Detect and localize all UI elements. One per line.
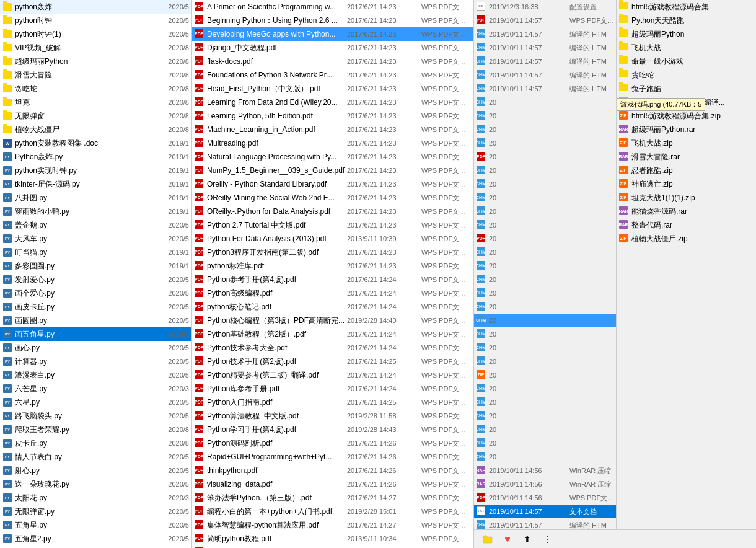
left-list-item[interactable]: PY画心.py2020/5 (0, 341, 191, 355)
left-list-item[interactable]: PY画皮卡丘.py2020/5 (0, 300, 191, 314)
right-list-item[interactable]: CHMDOM中文手册(1).chm20 (474, 109, 616, 123)
right-list-item[interactable]: CHMjQuery1.7 中文手册(2).chm20 (474, 327, 616, 341)
left-list-item[interactable]: PY向日葵.py2020/5 (0, 546, 191, 548)
mid-list-item[interactable]: PDFOReilly Mining the Social Web 2nd E..… (192, 191, 473, 205)
mid-list-item[interactable]: PDFPython精要参考(第二版)_翻译.pdf2017/6/21 14:24… (192, 368, 473, 382)
right-folder-item[interactable]: RAR能猫烧香源码.rar (617, 205, 756, 218)
left-list-item[interactable]: PY画五角星.py2019/1 (0, 327, 191, 341)
mid-list-item[interactable]: PDFPython3程序开发指南(第二版).pdf2017/6/21 14:23… (192, 245, 473, 259)
left-list-item[interactable]: PYPython轰炸.py2019/1 (0, 150, 191, 164)
right-list-item[interactable]: CHMJavaScript核心参考手册(2).chm20 (474, 205, 616, 218)
mid-list-item[interactable]: PDF用Python进行自然语言处理.pdf2013/4/13 10:39WPS… (192, 546, 473, 548)
right-folder-item[interactable]: 贪吃蛇 (617, 68, 756, 82)
mid-list-item[interactable]: PDFMachine_Learning_in_Action.pdf2017/6/… (192, 123, 473, 136)
mid-list-item[interactable]: PDFLearning Python, 5th Edition.pdf2017/… (192, 109, 473, 123)
left-list-item[interactable]: PY送一朵玫瑰花.py2020/5 (0, 477, 191, 491)
mid-list-item[interactable]: PDFOreilly - Python Standard Library.pdf… (192, 177, 473, 191)
right-list-item[interactable]: PDFJavaScript描述面试题.pdf20 (474, 232, 616, 245)
right-list-item[interactable]: ZIPjuery.js.zip20 (474, 368, 616, 382)
mid-list-item[interactable]: PDFthinkpython.pdf2017/6/21 14:26WPS PDF… (192, 464, 473, 477)
right-list-item[interactable]: RAR超实用的css代码.rar2019/10/11 14:56WinRAR 压… (474, 464, 616, 477)
left-list-item[interactable]: PY画个爱心.py2020/5 (0, 286, 191, 300)
mid-list-item[interactable]: PDFFoundations of Python 3 Network Pr...… (192, 68, 473, 82)
right-list-item[interactable]: CHMjQuery 1.4中文手册.CHM20 (474, 300, 616, 314)
right-folder-item[interactable]: ZIP坦克大战1(1)(1).zip (617, 191, 756, 205)
left-list-item[interactable]: PYpython实现时钟.py2019/1 (0, 164, 191, 177)
right-folder-item[interactable]: ZIP飞机大战.zip (617, 136, 756, 150)
left-list-item[interactable]: PY计算器.py2020/5 (0, 355, 191, 368)
mid-list-item[interactable]: PDFPython参考手册(第4版).pdf2017/6/21 14:24WPS… (192, 273, 473, 286)
right-list-item[interactable]: INIcPix.ini2019/12/3 16:38配置设置 (474, 0, 616, 14)
right-list-item[interactable]: CHMjQuery 1.4参考手册(1).CHM20 (474, 286, 616, 300)
toolbar-folder-btn[interactable] (480, 532, 495, 547)
right-list-item[interactable]: CHM网页制作完全手册.chm2019/10/11 14:57编译的 HTM (474, 518, 616, 529)
toolbar-share-btn[interactable]: ⬆ (520, 532, 535, 547)
left-list-item[interactable]: Wpython安装教程图集 .doc2019/1 (0, 136, 191, 150)
left-list-item[interactable]: python轰炸2020/5 (0, 0, 191, 14)
left-list-item[interactable]: PY浪漫表白.py2020/5 (0, 368, 191, 382)
right-list-item[interactable]: CHMCSS 3.0参考手册(1).chm2019/10/11 14:57编译的… (474, 55, 616, 68)
mid-list-item[interactable]: PDF编程小白的第一本+python+入门书.pdf2019/2/28 15:0… (192, 505, 473, 518)
left-list-item[interactable]: PY多彩圆圈.py2019/1 (0, 259, 191, 273)
left-list-item[interactable]: PYtkinter-屏保-源码.py2019/1 (0, 177, 191, 191)
mid-list-item[interactable]: PDFPython高级编程.pdf2017/6/21 14:24WPS PDF文… (192, 286, 473, 300)
left-list-item[interactable]: python时钟2020/5 (0, 14, 191, 27)
left-list-item[interactable]: 超级玛丽Python2020/8 (0, 55, 191, 68)
mid-list-item[interactable]: PDFLearning From Data 2nd Ed (Wiley,20..… (192, 95, 473, 109)
right-list-item[interactable]: PDFHTML5移动开发即学即用[双色].pdf20 (474, 150, 616, 164)
mid-list-item[interactable]: PDF笨办法学Python.（第三版）.pdf2017/6/21 14:27WP… (192, 491, 473, 505)
right-list-item[interactable]: CHMCSS 2.0 中文手册(2).chm2019/10/11 14:57编译… (474, 27, 616, 41)
right-list-item[interactable]: CHMJavaScript核心参考手册(1).chm20 (474, 191, 616, 205)
mid-list-item[interactable]: PDF集体智慧编程-python算法应用.pdf2017/6/21 14:27W… (192, 518, 473, 532)
left-list-item[interactable]: PY无限弹窗.py2020/5 (0, 505, 191, 518)
mid-list-item[interactable]: PDFPython学习手册(第4版).pdf2019/2/28 14:43WPS… (192, 423, 473, 436)
right-folder-item[interactable]: ZIP植物大战僵尸.zip (617, 232, 756, 245)
mid-list-item[interactable]: PDFMultreading.pdf2017/6/21 14:23WPS PDF… (192, 136, 473, 150)
mid-list-item[interactable]: PDFpython核心笔记.pdf2017/6/21 14:24WPS PDF文… (192, 300, 473, 314)
left-list-item[interactable]: python时钟(1)2020/5 (0, 27, 191, 41)
right-list-item[interactable]: CHMJDK_API_1_6_zh_CN手册.CHM20 (474, 245, 616, 259)
mid-list-item[interactable]: PDFPython技术手册(第2版).pdf2017/6/21 14:25WPS… (192, 355, 473, 368)
left-list-item[interactable]: 滑雪大冒险2020/8 (0, 68, 191, 82)
right-folder-item[interactable]: html5游戏教程源码合集 (617, 0, 756, 14)
left-list-item[interactable]: PY太阳花.py2020/3 (0, 491, 191, 505)
right-list-item[interactable]: CHMSQL(1).chm20 (474, 382, 616, 396)
right-folder-item[interactable]: RAR超级玛丽Python.rar (617, 123, 756, 136)
right-list-item[interactable]: PDF精通JavaScript(图灵计算机科学丛书).pdf2019/10/11… (474, 491, 616, 505)
right-list-item[interactable]: CHMSQL.chm20 (474, 396, 616, 409)
mid-list-item[interactable]: PDFPython入门指南.pdf2017/6/21 14:25WPS PDF文… (192, 396, 473, 409)
mid-list-item[interactable]: PDFPython核心编程（第3版）PDF高清断完...2019/2/28 14… (192, 314, 473, 327)
right-list-item[interactable]: CHMjQuery 1.3参考手册.chm20 (474, 273, 616, 286)
mid-list-item[interactable]: PDFHead_First_Python（中文版）.pdf2017/6/21 1… (192, 82, 473, 95)
left-list-item[interactable]: PY五角星2.py2020/5 (0, 532, 191, 546)
left-list-item[interactable]: 无限弹窗2020/8 (0, 109, 191, 123)
mid-list-item[interactable]: PDFOReilly.-.Python for Data Analysis.pd… (192, 205, 473, 218)
right-list-item[interactable]: CHMJavascript参考手册.chm20 (474, 177, 616, 191)
right-list-item[interactable]: CHMCSS 3.0参考手册(2).chm2019/10/11 14:57编译的… (474, 68, 616, 82)
left-list-item[interactable]: PY射心.py2020/5 (0, 464, 191, 477)
right-list-item[interactable]: TXT每个程序员都会的35种小技巧.txt2019/10/11 14:57文本文… (474, 505, 616, 518)
right-list-item[interactable]: CHMjquery1.8.3.chm20 (474, 355, 616, 368)
mid-list-item[interactable]: PDF简明python教程.pdf2013/9/11 10:34WPS PDF文… (192, 532, 473, 546)
mid-list-item[interactable]: PDFvisualizing_data.pdf2017/6/21 14:26WP… (192, 477, 473, 491)
right-list-item[interactable]: CHMCSS中文完全参考手册.chm20 (474, 95, 616, 109)
left-list-item[interactable]: PY画圆圈.py2020/5 (0, 314, 191, 327)
right-folder-item[interactable]: 兔子跑酷 (617, 82, 756, 95)
right-list-item[interactable]: PDFCSS 2.0 中文手册(1).pdf2019/10/11 14:57WP… (474, 14, 616, 27)
left-list-item[interactable]: PY六芒星.py2020/3 (0, 382, 191, 396)
right-folder-item[interactable]: 命最一线小游戏 (617, 55, 756, 68)
right-list-item[interactable]: CHMJavaScript核心参考手册.chm20 (474, 218, 616, 232)
left-list-item[interactable]: PY情人节表白.py2020/5 (0, 450, 191, 464)
right-folder-item[interactable]: RAR整蛊代码.rar (617, 218, 756, 232)
mid-list-item[interactable]: PDFPython技术参考大全.pdf2017/6/21 14:24WPS PD… (192, 341, 473, 355)
left-list-item[interactable]: PY八卦图.py2019/1 (0, 191, 191, 205)
right-folder-item[interactable]: ZIP神庙逃亡.zip (617, 177, 756, 191)
left-list-item[interactable]: 植物大战僵尸2020/8 (0, 123, 191, 136)
left-list-item[interactable]: PY六星.py2020/5 (0, 396, 191, 409)
right-list-item[interactable]: CHMw3c标准html5手册.chm20 (474, 409, 616, 423)
left-list-item[interactable]: PY发射爱心.py2020/5 (0, 273, 191, 286)
mid-list-item[interactable]: PDFDeveloping MeeGo apps with Python...2… (192, 27, 473, 41)
left-list-item[interactable]: PY路飞脑袋头.py2020/5 (0, 409, 191, 423)
mid-list-item[interactable]: PDFPython基础教程（第2版）.pdf2017/6/21 14:24WPS… (192, 327, 473, 341)
right-list-item[interactable]: CHMDOM中文手册(2).chm20 (474, 123, 616, 136)
